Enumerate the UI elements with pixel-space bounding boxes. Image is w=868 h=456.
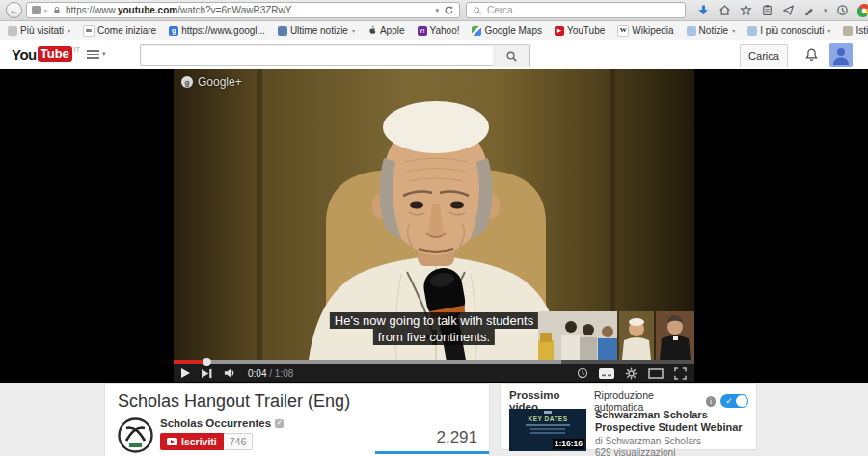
guide-menu-icon[interactable]: ▾ [87,50,106,59]
bookmark-yahoo[interactable]: Y!Yahoo! [418,25,460,36]
theater-mode-icon[interactable] [648,368,664,379]
volume-icon[interactable] [224,367,237,379]
bookmark-google-maps[interactable]: Google Maps [472,25,541,36]
subscribe-button[interactable]: Iscriviti [160,433,224,450]
bookmark-wikipedia[interactable]: WWikipedia [617,25,673,37]
search-icon [505,50,518,63]
urlbar-actions: ▾ [435,5,454,15]
home-icon[interactable] [719,4,731,16]
next-button[interactable] [201,368,213,379]
subscriber-count[interactable]: 746 [224,433,254,450]
bookmark-label: I più conosciuti [760,25,824,36]
bookmark-istituto-geografico[interactable]: Istituto Geografico... [843,25,868,36]
folder-icon [747,26,757,36]
toolbar-icons: ▾ ▾ [697,4,868,17]
bookmark-google[interactable]: ghttps://www.googl... [169,25,265,36]
url-bar[interactable]: ▸ https://www.youtube.com/watch?v=6nWawR… [26,2,460,18]
logo-you: You [12,46,37,63]
notifications-bell-icon[interactable] [804,47,819,67]
reading-list-icon[interactable] [761,4,773,16]
url-dropdown-icon[interactable]: ▾ [435,7,439,14]
colorwheel-addon-icon[interactable] [857,4,868,17]
time-display: 0:04 / 1:08 [248,368,293,379]
account-avatar[interactable] [829,43,853,67]
thumbnail-text: KEY DATES [509,416,586,422]
wikipedia-icon: W [617,25,629,37]
participant-thumb-pope [619,311,654,360]
watch-later-icon[interactable] [577,367,588,379]
settings-gear-icon[interactable] [625,367,637,380]
time-separator: / [266,368,274,379]
youtube-search-button[interactable] [493,44,530,67]
share-icon[interactable] [782,4,795,16]
chevron-down-icon: ▾ [732,27,735,34]
suggested-video-title[interactable]: Schwarzman Scholars Prospective Student … [595,409,751,434]
bookmark-label: https://www.googl... [181,25,265,36]
bookmark-star-icon[interactable] [740,4,752,16]
reload-icon[interactable] [444,5,454,15]
bookmark-ultime-notizie[interactable]: Ultime notizie▾ [278,25,355,36]
channel-avatar[interactable] [118,417,153,456]
bookmark-label: YouTube [567,25,605,36]
maps-icon [472,26,481,36]
youtube-header: You Tube IT ▾ Carica [0,40,868,69]
breadcrumb-chevron-icon: ▸ [44,6,48,14]
subtitles-icon[interactable] [599,368,614,379]
duration-badge: 1:16:16 [553,439,584,449]
apple-icon [367,24,377,37]
youtube-play-icon [167,438,177,445]
thumb-line [530,428,565,430]
fullscreen-icon[interactable] [674,367,687,380]
browser-search-field[interactable]: Cerca [466,2,686,18]
bookmark-come-iniziare[interactable]: mCome iniziare [83,25,156,37]
svg-text:g: g [185,78,189,87]
google-plus-watermark[interactable]: g Google+ [181,75,242,89]
bookmark-piu-visitati[interactable]: Più visitati▾ [8,25,70,36]
folder-icon [687,26,696,36]
bookmark-folder-piu-conosciuti[interactable]: I più conosciuti▾ [747,25,830,36]
bookmark-label: Yahoo! [430,25,460,36]
thumb-logo [544,411,552,414]
play-button[interactable] [181,368,190,378]
upload-button[interactable]: Carica [740,44,788,67]
toggle-knob [736,395,747,407]
thumb-line [526,424,570,426]
total-duration: 1:08 [275,368,293,379]
suggested-video-thumbnail[interactable]: KEY DATES 1:16:16 [509,409,586,451]
yahoo-icon: Y! [418,26,427,36]
edit-icon[interactable] [803,5,815,16]
progress-scrubber[interactable] [203,358,211,366]
back-button[interactable]: ← [6,2,22,18]
player-controls: 0:04 / 1:08 [174,364,694,382]
video-player[interactable]: g Google+ He's now going to talk with st… [174,69,694,382]
up-next-sidebar: Prossimo video Riproduzione automatica i… [500,383,757,450]
channel-name-label: Scholas Occurrentes [160,417,271,429]
bookmark-youtube[interactable]: ▶YouTube [555,25,605,36]
suggested-video-channel[interactable]: di Schwarzman Scholars [595,436,751,446]
subscribe-label: Iscriviti [181,436,217,447]
autoplay-toggle[interactable]: ✓ [720,394,748,408]
participant-thumb-priest [656,311,694,360]
bookmark-apple[interactable]: Apple [367,24,405,37]
bookmark-label: Istituto Geografico... [855,25,868,36]
bookmark-label: Google Maps [484,25,541,36]
globe-icon [843,26,853,36]
youtube-search-input[interactable] [140,44,499,66]
participant-thumb-classroom [538,311,617,360]
chevron-down-icon[interactable]: ▾ [824,7,827,14]
downloads-icon[interactable] [697,4,710,16]
suggested-video-info: Schwarzman Scholars Prospective Student … [595,409,751,456]
hangout-filmstrip [538,311,694,360]
youtube-logo[interactable]: You Tube IT [12,46,80,63]
chevron-down-icon: ▾ [352,27,355,34]
verified-badge-icon: ✓ [275,419,284,428]
caption-line-2: from five continents. [373,329,495,345]
info-icon[interactable]: i [706,396,717,407]
channel-name[interactable]: Scholas Occurrentes ✓ [160,417,284,429]
bookmark-folder-notizie[interactable]: Notizie▾ [687,25,736,36]
progress-played [174,360,206,364]
thumb-line [530,432,565,434]
history-icon[interactable] [836,4,849,16]
check-icon: ✓ [725,394,733,408]
player-controls-right [577,367,687,380]
